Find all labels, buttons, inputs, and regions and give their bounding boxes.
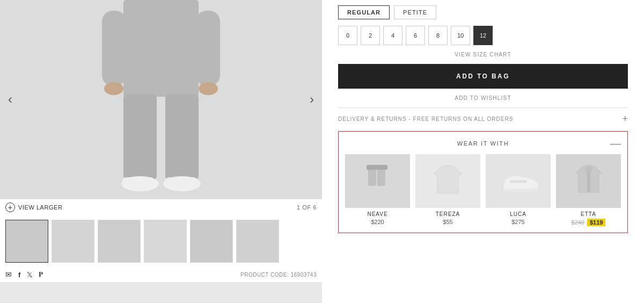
product-card-etta[interactable]: ETTA $240 $119 (556, 154, 621, 226)
thumbnail-5[interactable] (190, 220, 233, 263)
thumbnail-4[interactable] (144, 220, 187, 263)
size-selector: 0 2 4 6 8 10 12 (338, 26, 628, 45)
delivery-section: DELIVERY & RETURNS - FREE RETURNS ON ALL… (338, 107, 628, 125)
wear-it-with-header: WEAR IT WITH — (345, 138, 621, 149)
right-panel: REGULAR PETITE 0 2 4 6 8 10 12 VIEW SIZE… (322, 0, 644, 303)
size-0-button[interactable]: 0 (338, 26, 357, 45)
product-card-neave[interactable]: NEAVE $220 (345, 154, 410, 226)
next-image-button[interactable]: › (304, 86, 319, 112)
left-panel: ‹ › + VIEW LAR (0, 0, 322, 303)
svg-rect-14 (367, 165, 387, 170)
svg-rect-6 (123, 94, 157, 180)
size-8-button[interactable]: 8 (428, 26, 448, 45)
svg-point-5 (199, 82, 218, 95)
svg-rect-11 (165, 177, 197, 187)
wear-it-with-section: WEAR IT WITH — NEAVE $220 (338, 131, 628, 233)
thumbnail-3[interactable] (98, 220, 141, 263)
fit-selector: REGULAR PETITE (338, 5, 628, 19)
wear-it-with-title: WEAR IT WITH (356, 140, 610, 147)
product-card-luca[interactable]: LUCA $275 (486, 154, 551, 226)
email-icon[interactable]: ✉ (5, 270, 12, 279)
price-original-etta: $240 (572, 219, 584, 226)
add-to-bag-button[interactable]: ADD TO BAG (338, 64, 628, 89)
svg-rect-7 (165, 94, 199, 180)
plus-icon: + (5, 203, 15, 212)
main-product-image: ‹ › (0, 0, 322, 199)
svg-rect-3 (196, 11, 220, 86)
thumbnail-6[interactable] (236, 220, 279, 263)
social-bar: ✉ f 𝕏 𝐏 PRODUCT CODE: 16903743 (0, 267, 322, 282)
social-icons: ✉ f 𝕏 𝐏 (5, 270, 43, 279)
view-larger-button[interactable]: + VIEW LARGER (5, 203, 62, 212)
size-4-button[interactable]: 4 (383, 26, 402, 45)
image-counter: 1 OF 6 (297, 204, 317, 211)
thumbnail-strip (0, 215, 322, 267)
product-name-neave: NEAVE (345, 211, 410, 217)
product-image-tereza (415, 154, 480, 208)
thumbnail-2[interactable] (52, 220, 94, 263)
product-price-luca: $275 (486, 219, 551, 225)
svg-point-4 (104, 82, 123, 95)
svg-rect-17 (587, 171, 590, 192)
prev-image-button[interactable]: ‹ (3, 86, 18, 112)
svg-point-18 (584, 166, 592, 171)
product-code: PRODUCT CODE: 16903743 (240, 272, 317, 278)
add-to-wishlist-link[interactable]: ADD TO WISHLIST (338, 95, 628, 101)
product-name-etta: ETTA (556, 211, 621, 217)
size-chart-link[interactable]: VIEW SIZE CHART (338, 52, 628, 57)
product-card-tereza[interactable]: TEREZA $55 (415, 154, 480, 226)
fit-petite-button[interactable]: PETITE (394, 5, 436, 19)
size-2-button[interactable]: 2 (361, 26, 380, 45)
product-image-neave (345, 154, 410, 208)
fit-regular-button[interactable]: REGULAR (338, 5, 390, 19)
wear-it-with-collapse-button[interactable]: — (610, 138, 621, 149)
thumbnail-1[interactable] (5, 220, 48, 263)
product-image-luca (486, 154, 551, 208)
svg-rect-9 (122, 177, 155, 187)
price-sale-etta: $119 (587, 219, 605, 226)
svg-rect-1 (123, 0, 199, 97)
product-price-tereza: $55 (415, 219, 480, 225)
view-larger-label: VIEW LARGER (18, 204, 62, 211)
pinterest-icon[interactable]: 𝐏 (39, 270, 43, 279)
svg-rect-2 (102, 11, 126, 86)
delivery-text: DELIVERY & RETURNS - FREE RETURNS ON ALL… (338, 116, 513, 122)
product-image-etta (556, 154, 621, 208)
wear-it-with-grid: NEAVE $220 TEREZA $55 (345, 154, 621, 226)
facebook-icon[interactable]: f (18, 271, 20, 279)
twitter-icon[interactable]: 𝕏 (27, 271, 32, 279)
size-6-button[interactable]: 6 (406, 26, 425, 45)
view-larger-bar: + VIEW LARGER 1 OF 6 (0, 199, 322, 215)
product-name-tereza: TEREZA (415, 211, 480, 217)
product-name-luca: LUCA (486, 211, 551, 217)
product-price-etta: $240 $119 (556, 219, 621, 226)
product-price-neave: $220 (345, 219, 410, 225)
svg-rect-16 (510, 180, 527, 183)
delivery-expand-icon[interactable]: + (622, 113, 628, 125)
size-10-button[interactable]: 10 (451, 26, 470, 45)
size-12-button[interactable]: 12 (473, 26, 493, 45)
